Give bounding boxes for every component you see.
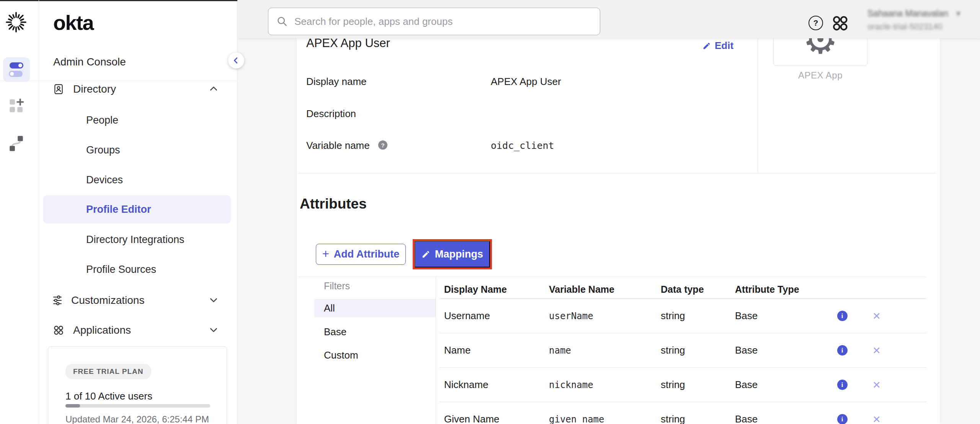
chevron-up-icon[interactable] xyxy=(209,84,219,94)
sidebar-item-profile-editor[interactable]: Profile Editor xyxy=(43,195,231,223)
filter-option-custom[interactable]: Custom xyxy=(314,346,436,364)
cell-variable-name: userName xyxy=(549,311,661,321)
okta-sunburst-logo xyxy=(5,11,27,34)
window-top-edge xyxy=(0,0,237,1)
filter-option-base[interactable]: Base xyxy=(314,323,436,341)
page-title: APEX App User xyxy=(306,36,390,50)
trial-updated-text: Updated Mar 24, 2026, 6:25:44 PM xyxy=(65,414,209,424)
table-row: Name name string Base i ✕ xyxy=(439,333,926,368)
display-name-value: APEX App User xyxy=(491,76,561,88)
col-attribute-type: Attribute Type xyxy=(735,284,825,295)
attributes-table: Display Name Variable Name Data type Att… xyxy=(439,280,926,424)
info-icon[interactable]: i xyxy=(837,380,848,390)
trial-usage-text: 1 of 10 Active users xyxy=(65,390,152,402)
chevron-down-icon: ▾ xyxy=(956,8,960,18)
pencil-icon xyxy=(702,42,711,50)
rail-integrations-item[interactable] xyxy=(8,135,24,154)
plus-icon: + xyxy=(322,248,329,260)
sidebar-item-directory[interactable]: Directory xyxy=(53,80,116,99)
info-icon[interactable]: i xyxy=(837,414,848,424)
variable-name-label: Variable name xyxy=(306,140,370,152)
sidebar-item-directory-integrations[interactable]: Directory Integrations xyxy=(86,225,185,254)
okta-admin-console: ? Sahaana Manavalan ▾ oracle-trial-50231… xyxy=(0,0,980,424)
trial-progress-fill xyxy=(65,404,80,408)
cell-variable-name: name xyxy=(549,345,661,356)
sidebar-item-groups[interactable]: Groups xyxy=(86,136,120,164)
top-bar: ? Sahaana Manavalan ▾ oracle-trial-50231… xyxy=(237,0,980,38)
cell-display-name: Given Name xyxy=(439,413,549,424)
table-row: Given Name given_name string Base i ✕ xyxy=(439,402,926,424)
console-title: Admin Console xyxy=(53,56,126,68)
cell-variable-name: given_name xyxy=(549,414,661,424)
pencil-icon xyxy=(421,250,430,259)
user-menu[interactable]: Sahaana Manavalan ▾ oracle-trial-5023140 xyxy=(867,8,967,32)
sidebar-header-divider xyxy=(0,81,237,81)
filters-label: Filters xyxy=(324,280,350,292)
global-search[interactable] xyxy=(268,8,600,35)
display-name-label: Display name xyxy=(306,76,367,88)
cell-data-type: string xyxy=(661,310,735,322)
sidebar-item-label: Applications xyxy=(73,324,131,336)
col-variable-name: Variable Name xyxy=(549,284,661,295)
filters-table-divider xyxy=(436,277,436,424)
mappings-button[interactable]: Mappings xyxy=(415,241,490,267)
chevron-left-icon xyxy=(232,56,240,65)
trial-badge: FREE TRIAL PLAN xyxy=(65,364,151,379)
filter-option-all[interactable]: All xyxy=(314,299,436,317)
delete-attribute-icon[interactable]: ✕ xyxy=(872,414,881,424)
attributes-heading: Attributes xyxy=(300,196,367,212)
search-input[interactable] xyxy=(294,15,600,28)
directory-icon xyxy=(53,84,64,95)
col-data-type: Data type xyxy=(661,284,735,295)
help-button[interactable]: ? xyxy=(808,16,823,30)
cell-attribute-type: Base xyxy=(735,310,825,322)
main-content-panel: APEX App User Edit Display name APEX App… xyxy=(297,0,940,424)
app-name-label: APEX App xyxy=(773,70,867,81)
cell-attribute-type: Base xyxy=(735,379,825,391)
variable-name-value: oidc_client xyxy=(491,140,554,151)
info-icon[interactable]: i xyxy=(837,345,848,356)
rail-admin-console-item[interactable] xyxy=(3,57,30,82)
delete-attribute-icon[interactable]: ✕ xyxy=(872,311,881,321)
app-switcher-button[interactable] xyxy=(831,15,848,33)
delete-attribute-icon[interactable]: ✕ xyxy=(872,346,881,356)
cell-attribute-type: Base xyxy=(735,413,825,424)
col-display-name: Display Name xyxy=(439,284,549,295)
sidebar-item-devices[interactable]: Devices xyxy=(86,166,123,194)
sidebar-collapse-button[interactable] xyxy=(228,52,244,68)
variable-name-help-icon[interactable]: ? xyxy=(378,140,387,150)
chevron-down-icon[interactable] xyxy=(209,295,219,305)
sidebar-item-customizations[interactable]: Customizations xyxy=(52,291,144,310)
edit-button[interactable]: Edit xyxy=(702,40,733,52)
description-label: Description xyxy=(306,108,356,120)
table-top-divider xyxy=(298,277,926,277)
sidebar-item-label: Directory xyxy=(73,83,116,95)
add-attribute-label: Add Attribute xyxy=(334,248,399,260)
cell-display-name: Name xyxy=(439,344,549,356)
workflow-link-icon xyxy=(8,135,24,152)
cell-data-type: string xyxy=(661,379,735,391)
edit-label: Edit xyxy=(715,40,733,52)
rail-add-apps-item[interactable] xyxy=(9,99,24,115)
info-icon[interactable]: i xyxy=(837,311,848,321)
sliders-icon xyxy=(52,295,63,306)
annotation-highlight-box: Mappings xyxy=(413,239,492,269)
chevron-down-icon[interactable] xyxy=(209,325,219,335)
cell-display-name: Username xyxy=(439,310,549,322)
question-mark-icon: ? xyxy=(813,18,818,28)
cell-variable-name: nickname xyxy=(549,380,661,390)
add-attribute-button[interactable]: + Add Attribute xyxy=(316,244,406,265)
section-divider xyxy=(298,173,936,173)
trial-progress-bar xyxy=(65,404,210,408)
cell-display-name: Nickname xyxy=(439,379,549,391)
cell-attribute-type: Base xyxy=(735,344,825,356)
trial-plan-card: FREE TRIAL PLAN 1 of 10 Active users Upd… xyxy=(48,346,227,424)
sidebar-item-applications[interactable]: Applications xyxy=(53,321,131,340)
search-icon xyxy=(277,16,287,27)
delete-attribute-icon[interactable]: ✕ xyxy=(872,380,881,390)
sidebar-item-profile-sources[interactable]: Profile Sources xyxy=(86,255,156,284)
mappings-label: Mappings xyxy=(435,248,483,260)
org-name: oracle-trial-5023140 xyxy=(867,22,967,32)
sidebar-item-people[interactable]: People xyxy=(86,106,118,134)
sidebar: okta Admin Console Directory People Grou… xyxy=(0,0,237,424)
